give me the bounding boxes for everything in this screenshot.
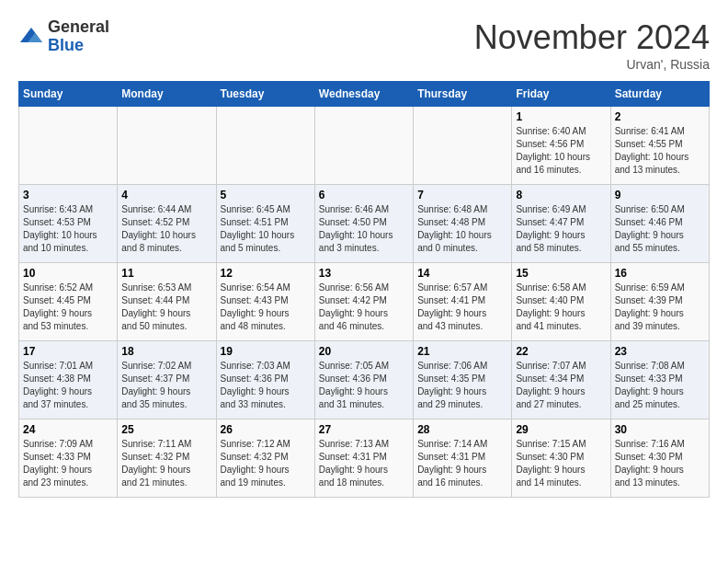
day-info: Sunrise: 6:41 AM Sunset: 4:55 PM Dayligh… bbox=[615, 125, 705, 177]
day-info: Sunrise: 7:02 AM Sunset: 4:37 PM Dayligh… bbox=[121, 360, 211, 411]
day-number: 21 bbox=[417, 345, 507, 358]
day-number: 18 bbox=[121, 345, 211, 358]
day-number: 5 bbox=[221, 189, 311, 201]
day-info: Sunrise: 7:13 AM Sunset: 4:31 PM Dayligh… bbox=[319, 438, 409, 489]
day-info: Sunrise: 6:43 AM Sunset: 4:53 PM Dayligh… bbox=[23, 203, 113, 255]
day-info: Sunrise: 7:08 AM Sunset: 4:33 PM Dayligh… bbox=[615, 360, 705, 411]
day-info: Sunrise: 7:09 AM Sunset: 4:33 PM Dayligh… bbox=[23, 438, 113, 489]
calendar-day-cell bbox=[414, 107, 512, 185]
day-number: 13 bbox=[319, 267, 409, 280]
calendar-day-cell: 30Sunrise: 7:16 AM Sunset: 4:30 PM Dayli… bbox=[610, 419, 709, 498]
day-info: Sunrise: 6:59 AM Sunset: 4:39 PM Dayligh… bbox=[615, 282, 705, 333]
day-info: Sunrise: 7:01 AM Sunset: 4:38 PM Dayligh… bbox=[23, 360, 113, 411]
day-number: 25 bbox=[121, 423, 211, 436]
calendar-week-row: 1Sunrise: 6:40 AM Sunset: 4:56 PM Daylig… bbox=[19, 107, 710, 185]
logo: General Blue bbox=[18, 18, 109, 55]
calendar-day-cell: 7Sunrise: 6:48 AM Sunset: 4:48 PM Daylig… bbox=[414, 185, 512, 263]
day-number: 28 bbox=[417, 423, 507, 436]
calendar-day-cell bbox=[118, 107, 216, 185]
calendar-day-cell: 9Sunrise: 6:50 AM Sunset: 4:46 PM Daylig… bbox=[610, 185, 709, 263]
day-info: Sunrise: 6:53 AM Sunset: 4:44 PM Dayligh… bbox=[121, 282, 211, 333]
calendar-table: SundayMondayTuesdayWednesdayThursdayFrid… bbox=[18, 81, 710, 498]
day-info: Sunrise: 7:11 AM Sunset: 4:32 PM Dayligh… bbox=[121, 438, 211, 489]
day-number: 11 bbox=[121, 267, 211, 280]
calendar-day-cell: 14Sunrise: 6:57 AM Sunset: 4:41 PM Dayli… bbox=[414, 263, 512, 341]
calendar-day-cell: 6Sunrise: 6:46 AM Sunset: 4:50 PM Daylig… bbox=[314, 185, 413, 263]
day-info: Sunrise: 6:56 AM Sunset: 4:42 PM Dayligh… bbox=[319, 282, 409, 333]
calendar-day-cell: 12Sunrise: 6:54 AM Sunset: 4:43 PM Dayli… bbox=[216, 263, 314, 341]
day-number: 19 bbox=[221, 345, 311, 358]
calendar-day-cell bbox=[314, 107, 413, 185]
calendar-week-row: 3Sunrise: 6:43 AM Sunset: 4:53 PM Daylig… bbox=[19, 185, 710, 263]
weekday-header-cell: Monday bbox=[118, 82, 216, 107]
calendar-week-row: 10Sunrise: 6:52 AM Sunset: 4:45 PM Dayli… bbox=[19, 263, 710, 341]
calendar-day-cell: 16Sunrise: 6:59 AM Sunset: 4:39 PM Dayli… bbox=[610, 263, 709, 341]
calendar-day-cell: 20Sunrise: 7:05 AM Sunset: 4:36 PM Dayli… bbox=[314, 341, 413, 419]
calendar-day-cell: 13Sunrise: 6:56 AM Sunset: 4:42 PM Dayli… bbox=[314, 263, 413, 341]
logo-text: General Blue bbox=[48, 18, 109, 55]
day-info: Sunrise: 7:05 AM Sunset: 4:36 PM Dayligh… bbox=[319, 360, 409, 411]
day-info: Sunrise: 6:57 AM Sunset: 4:41 PM Dayligh… bbox=[417, 282, 507, 333]
calendar-day-cell: 2Sunrise: 6:41 AM Sunset: 4:55 PM Daylig… bbox=[610, 107, 709, 185]
day-info: Sunrise: 7:06 AM Sunset: 4:35 PM Dayligh… bbox=[417, 360, 507, 411]
day-info: Sunrise: 7:15 AM Sunset: 4:30 PM Dayligh… bbox=[516, 438, 606, 489]
day-info: Sunrise: 7:12 AM Sunset: 4:32 PM Dayligh… bbox=[221, 438, 311, 489]
calendar-day-cell: 24Sunrise: 7:09 AM Sunset: 4:33 PM Dayli… bbox=[19, 419, 118, 498]
day-info: Sunrise: 6:54 AM Sunset: 4:43 PM Dayligh… bbox=[221, 282, 311, 333]
day-number: 24 bbox=[23, 423, 113, 436]
weekday-header-row: SundayMondayTuesdayWednesdayThursdayFrid… bbox=[19, 82, 710, 107]
day-number: 2 bbox=[615, 110, 705, 123]
calendar-day-cell: 18Sunrise: 7:02 AM Sunset: 4:37 PM Dayli… bbox=[118, 341, 216, 419]
calendar-day-cell: 4Sunrise: 6:44 AM Sunset: 4:52 PM Daylig… bbox=[118, 185, 216, 263]
day-number: 12 bbox=[221, 267, 311, 280]
calendar-day-cell: 25Sunrise: 7:11 AM Sunset: 4:32 PM Dayli… bbox=[118, 419, 216, 498]
calendar-day-cell: 1Sunrise: 6:40 AM Sunset: 4:56 PM Daylig… bbox=[512, 107, 610, 185]
weekday-header-cell: Wednesday bbox=[314, 82, 413, 107]
calendar-day-cell: 17Sunrise: 7:01 AM Sunset: 4:38 PM Dayli… bbox=[19, 341, 118, 419]
day-number: 9 bbox=[615, 189, 705, 201]
day-number: 23 bbox=[615, 345, 705, 358]
day-number: 17 bbox=[23, 345, 113, 358]
day-number: 30 bbox=[615, 423, 705, 436]
day-number: 22 bbox=[516, 345, 606, 358]
calendar-day-cell: 5Sunrise: 6:45 AM Sunset: 4:51 PM Daylig… bbox=[216, 185, 314, 263]
day-number: 1 bbox=[516, 110, 606, 123]
weekday-header-cell: Tuesday bbox=[216, 82, 314, 107]
calendar-day-cell: 10Sunrise: 6:52 AM Sunset: 4:45 PM Dayli… bbox=[19, 263, 118, 341]
weekday-header-cell: Sunday bbox=[19, 82, 118, 107]
day-info: Sunrise: 6:45 AM Sunset: 4:51 PM Dayligh… bbox=[221, 203, 311, 255]
page-header: General Blue November 2024 Urvan', Russi… bbox=[18, 18, 710, 72]
weekday-header-cell: Thursday bbox=[414, 82, 512, 107]
day-info: Sunrise: 6:46 AM Sunset: 4:50 PM Dayligh… bbox=[319, 203, 409, 255]
day-info: Sunrise: 7:03 AM Sunset: 4:36 PM Dayligh… bbox=[221, 360, 311, 411]
day-number: 27 bbox=[319, 423, 409, 436]
day-info: Sunrise: 6:49 AM Sunset: 4:47 PM Dayligh… bbox=[516, 203, 606, 255]
day-number: 16 bbox=[615, 267, 705, 280]
day-number: 29 bbox=[516, 423, 606, 436]
day-number: 20 bbox=[319, 345, 409, 358]
month-title: November 2024 bbox=[474, 18, 710, 57]
day-number: 26 bbox=[221, 423, 311, 436]
calendar-day-cell: 26Sunrise: 7:12 AM Sunset: 4:32 PM Dayli… bbox=[216, 419, 314, 498]
calendar-day-cell bbox=[19, 107, 118, 185]
day-number: 14 bbox=[417, 267, 507, 280]
location: Urvan', Russia bbox=[474, 57, 710, 72]
calendar-day-cell: 22Sunrise: 7:07 AM Sunset: 4:34 PM Dayli… bbox=[512, 341, 610, 419]
calendar-day-cell: 3Sunrise: 6:43 AM Sunset: 4:53 PM Daylig… bbox=[19, 185, 118, 263]
calendar-day-cell: 21Sunrise: 7:06 AM Sunset: 4:35 PM Dayli… bbox=[414, 341, 512, 419]
title-block: November 2024 Urvan', Russia bbox=[474, 18, 710, 72]
day-info: Sunrise: 7:14 AM Sunset: 4:31 PM Dayligh… bbox=[417, 438, 507, 489]
weekday-header-cell: Friday bbox=[512, 82, 610, 107]
day-number: 10 bbox=[23, 267, 113, 280]
day-info: Sunrise: 7:07 AM Sunset: 4:34 PM Dayligh… bbox=[516, 360, 606, 411]
calendar-body: 1Sunrise: 6:40 AM Sunset: 4:56 PM Daylig… bbox=[19, 107, 710, 498]
day-number: 8 bbox=[516, 189, 606, 201]
day-info: Sunrise: 6:52 AM Sunset: 4:45 PM Dayligh… bbox=[23, 282, 113, 333]
logo-icon bbox=[18, 24, 44, 50]
calendar-week-row: 17Sunrise: 7:01 AM Sunset: 4:38 PM Dayli… bbox=[19, 341, 710, 419]
calendar-day-cell: 29Sunrise: 7:15 AM Sunset: 4:30 PM Dayli… bbox=[512, 419, 610, 498]
calendar-day-cell: 11Sunrise: 6:53 AM Sunset: 4:44 PM Dayli… bbox=[118, 263, 216, 341]
calendar-day-cell: 15Sunrise: 6:58 AM Sunset: 4:40 PM Dayli… bbox=[512, 263, 610, 341]
day-info: Sunrise: 6:58 AM Sunset: 4:40 PM Dayligh… bbox=[516, 282, 606, 333]
calendar-day-cell: 19Sunrise: 7:03 AM Sunset: 4:36 PM Dayli… bbox=[216, 341, 314, 419]
